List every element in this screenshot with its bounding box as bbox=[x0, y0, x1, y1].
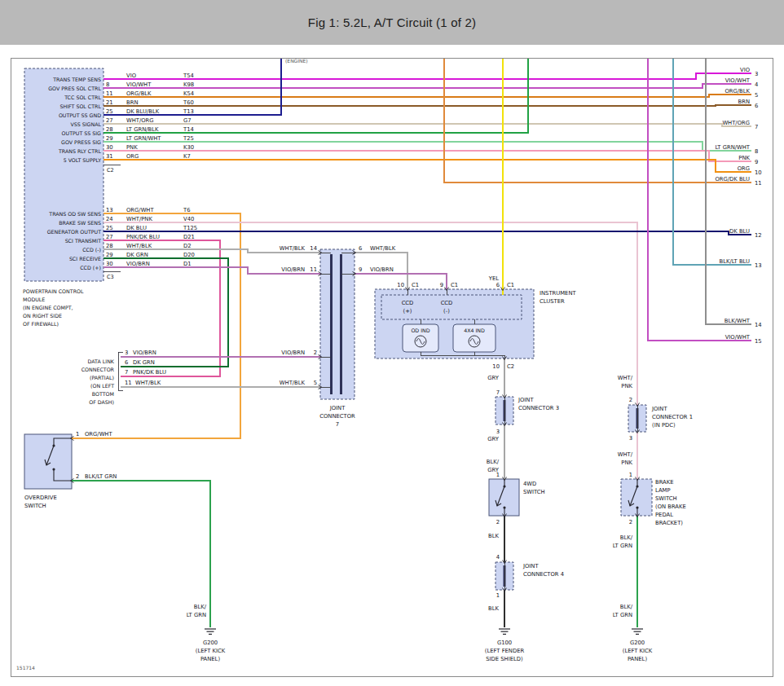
wire-color-label: YEL bbox=[488, 275, 499, 282]
pin-label: 14 bbox=[310, 245, 317, 252]
right-edge-wire-label: ORG/DK BLU bbox=[715, 176, 750, 182]
pcm-pin-label: 29 bbox=[106, 135, 113, 142]
connector-id-label: C1 bbox=[451, 282, 458, 288]
pcm-circuit-label: T125 bbox=[183, 225, 197, 231]
pcm-circuit-label: T13 bbox=[183, 108, 194, 115]
joint-connector-1-label: JOINT bbox=[651, 406, 667, 412]
pin-label: 4 bbox=[496, 554, 500, 561]
right-edge-wire-label: VIO/WHT bbox=[725, 77, 751, 84]
wiring-diagram: TRANS TEMP SENSGOV PRES SOL CTRLTCC SOL … bbox=[11, 59, 773, 676]
pin-label: 11 bbox=[310, 266, 317, 273]
overdrive-switch-symbol-contact bbox=[52, 444, 55, 446]
wire-color-label: BLK/LT GRN bbox=[85, 473, 117, 480]
wire-color-label: BLK/ bbox=[194, 604, 207, 610]
4wd-switch-label: 4WD bbox=[523, 481, 536, 487]
brake-lamp-switch-label: SWITCH bbox=[655, 495, 677, 502]
pin-label: 3 bbox=[496, 429, 500, 435]
ground-label: (LEFT KICK bbox=[196, 648, 226, 654]
wire-color-label: GRY bbox=[487, 375, 500, 381]
ccd-minus-label: (-) bbox=[443, 308, 450, 314]
right-edge-wire-label: VIO/WHT bbox=[725, 334, 751, 341]
wire-color-label: VIO/BRN bbox=[281, 350, 305, 356]
pcm-circuit-label: D2 bbox=[183, 243, 192, 249]
pcm-signal-label: SCI TRANSMIT bbox=[65, 238, 102, 244]
wire-color-label: LT GRN bbox=[613, 543, 632, 549]
right-edge-pin-label: 7 bbox=[755, 124, 758, 130]
right-edge-pin-label: 15 bbox=[755, 338, 762, 345]
pcm-pin-label: 25 bbox=[106, 108, 113, 115]
brake-lamp-switch-label: PEDAL bbox=[655, 512, 673, 518]
wire-org-blk-k54 bbox=[104, 95, 751, 97]
engine-offpage-label: (ENGINE) bbox=[285, 59, 308, 64]
pcm-pin-label: 28 bbox=[106, 243, 113, 249]
instrument-cluster-label: INSTRUMENT bbox=[540, 290, 576, 297]
wire-color-label: GRY bbox=[487, 436, 500, 442]
pcm-wire-color-label: LT GRN/BLK bbox=[126, 126, 159, 133]
ccd-plus-label: CCD bbox=[402, 300, 414, 306]
pcm-signal-label: GOV PRESS SIG bbox=[61, 139, 101, 145]
instrument-cluster-label: CLUSTER bbox=[540, 298, 565, 305]
wire-color-label: BLK bbox=[488, 533, 499, 539]
ground-label: PANEL) bbox=[200, 656, 220, 662]
pcm-circuit-label: K30 bbox=[183, 144, 194, 151]
pcm-wire-color-label: PNK bbox=[126, 144, 138, 151]
pin-label: 1 bbox=[496, 472, 500, 478]
wire-color-label: ORG/WHT bbox=[85, 431, 112, 438]
dlc-pin-label: 11 bbox=[125, 380, 132, 386]
right-edge-wire-label: PNK bbox=[738, 155, 750, 161]
pin-label: 2 bbox=[496, 519, 500, 525]
pcm-signal-label: CCD (-) bbox=[82, 247, 101, 253]
joint-connector-1-label: (IN PDC) bbox=[652, 422, 676, 429]
pin-label: 9 bbox=[359, 266, 362, 273]
joint-connector-7-label: CONNECTOR bbox=[319, 413, 355, 420]
4wd-switch-symbol-contact bbox=[503, 485, 505, 487]
right-edge-wire-label: BLK/WHT bbox=[725, 318, 751, 324]
wire-lt-grn-blk-t14 bbox=[104, 59, 528, 133]
pin-label: 3 bbox=[629, 435, 632, 442]
ccd-plus-label: (+) bbox=[403, 308, 412, 314]
pcm-location-label: ON RIGHT SIDE bbox=[23, 313, 62, 319]
pcm-circuit-label: T6 bbox=[183, 207, 190, 213]
dlc-label: BOTTOM bbox=[92, 391, 114, 397]
overdrive-switch-label: OVERDRIVE bbox=[24, 495, 57, 501]
pcm-wire-color-label: VIO bbox=[126, 73, 136, 79]
pin-label: 5 bbox=[314, 380, 317, 386]
pcm-pin-label: 8 bbox=[106, 81, 109, 88]
joint-connector-7-label: 7 bbox=[336, 421, 339, 428]
pcm-circuit-label: D1 bbox=[183, 261, 192, 267]
pcm-circuit-label: T25 bbox=[183, 135, 194, 142]
wire-dlc-bracket bbox=[118, 352, 123, 390]
dlc-wire-label: PNK/DK BLU bbox=[133, 369, 166, 376]
pcm-signal-label: 5 VOLT SUPPLY bbox=[64, 157, 102, 163]
pcm-circuit-label: T54 bbox=[183, 73, 194, 79]
wire-color-label: PNK bbox=[621, 383, 632, 389]
wire-wht-org-g7 bbox=[104, 124, 751, 126]
ccd-minus-label: CCD bbox=[441, 300, 453, 306]
dlc-wire-label: DK GRN bbox=[133, 359, 155, 366]
dlc-label: DATA LINK bbox=[88, 358, 115, 364]
pcm-signal-label: GENERATOR OUTPUT bbox=[47, 229, 101, 235]
pcm-signal-label: TCC SOL CTRL bbox=[64, 95, 101, 100]
pcm-wire-color-label: DK GRN bbox=[126, 252, 148, 258]
dlc-label: (PARTIAL) bbox=[90, 375, 114, 380]
wire-vio-wht-k98 bbox=[104, 84, 751, 88]
dlc-wire-label: WHT/BLK bbox=[135, 380, 161, 386]
pcm-signal-label: TRANS OD SW SENS bbox=[48, 211, 101, 217]
wire-color-label: LT GRN bbox=[613, 612, 632, 618]
pcm-location-label: MODULE bbox=[23, 297, 45, 302]
right-edge-wire-label: LT GRN/WHT bbox=[715, 144, 750, 151]
pcm-pin-label: 21 bbox=[106, 99, 113, 106]
wire-color-label: WHT/ bbox=[618, 451, 633, 458]
brake-lamp-switch-symbol-contact bbox=[636, 485, 638, 487]
pcm-pin-label: 11 bbox=[106, 90, 113, 97]
pcm-wire-color-label: ORG bbox=[126, 153, 139, 160]
right-edge-wire-label: VIO bbox=[740, 67, 750, 73]
right-edge-wire-label: ORG/BLK bbox=[725, 88, 750, 95]
connector-id-label: C2 bbox=[507, 363, 514, 370]
overdrive-switch-symbol-contact bbox=[52, 468, 55, 470]
wire-color-label: WHT/BLK bbox=[370, 245, 396, 252]
pcm-wire-color-label: ORG/WHT bbox=[126, 207, 154, 213]
joint-connector-7-box bbox=[320, 249, 355, 399]
brake-lamp-switch-box bbox=[621, 479, 652, 516]
right-edge-pin-label: 3 bbox=[755, 71, 758, 77]
